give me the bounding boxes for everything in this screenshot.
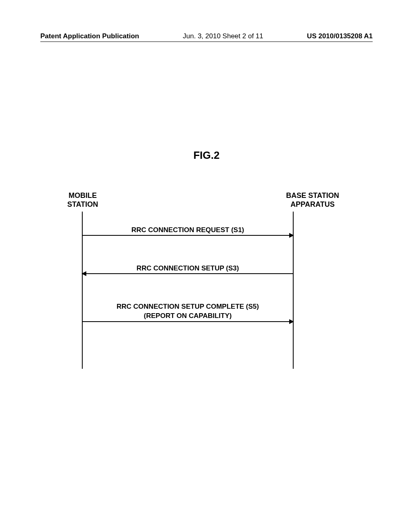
message-s3-label: RRC CONNECTION SETUP (S3): [82, 264, 294, 272]
header-publication-type: Patent Application Publication: [40, 32, 139, 40]
entity-mobile-station-line1: MOBILE: [69, 191, 97, 200]
arrow-left-icon: [82, 273, 294, 274]
message-s5-label-line2: (REPORT ON CAPABILITY): [82, 312, 294, 320]
message-s5: RRC CONNECTION SETUP COMPLETE (S5) (REPO…: [82, 302, 294, 322]
message-s5-label-line1: RRC CONNECTION SETUP COMPLETE (S5): [82, 302, 294, 311]
arrow-right-icon: [82, 235, 294, 236]
figure-title: FIG.2: [0, 149, 413, 162]
header-date-sheet: Jun. 3, 2010 Sheet 2 of 11: [183, 32, 263, 40]
entity-base-station: BASE STATION APPARATUS: [276, 191, 349, 209]
entity-base-station-line1: BASE STATION: [286, 191, 339, 200]
message-s3: RRC CONNECTION SETUP (S3): [82, 264, 294, 274]
arrow-right-icon: [82, 321, 294, 322]
page-header: Patent Application Publication Jun. 3, 2…: [40, 32, 373, 40]
entity-mobile-station-line2: STATION: [67, 200, 98, 208]
header-publication-number: US 2010/0135208 A1: [307, 32, 373, 40]
entity-mobile-station: MOBILE STATION: [58, 191, 107, 209]
entity-base-station-line2: APPARATUS: [290, 200, 334, 208]
message-s1: RRC CONNECTION REQUEST (S1): [82, 226, 294, 236]
sequence-diagram: MOBILE STATION BASE STATION APPARATUS RR…: [69, 191, 319, 377]
message-s1-label: RRC CONNECTION REQUEST (S1): [82, 226, 294, 234]
header-divider: [40, 42, 373, 42]
